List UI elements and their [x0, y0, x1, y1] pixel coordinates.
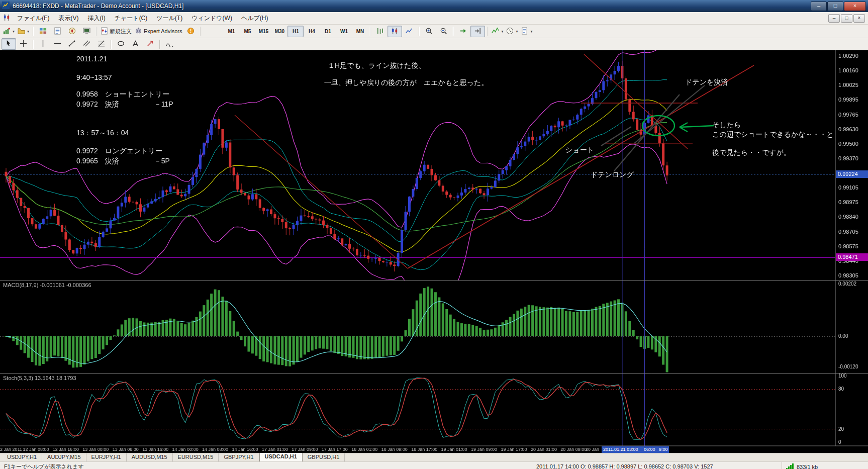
mdi-close-button[interactable]: × [853, 14, 865, 23]
toolbar-zoom-in-button[interactable] [422, 26, 436, 37]
maximize-button[interactable]: □ [827, 2, 843, 11]
menu-help[interactable]: ヘルプ(H) [237, 13, 273, 24]
price-scale-label: 0.99500 [838, 141, 858, 147]
toolbar-indicators-button[interactable]: ▾ [490, 26, 505, 37]
status-help-text: F1キーでヘルプが表示されます [0, 462, 532, 469]
draw-fibonacci-retracement-button[interactable] [94, 38, 109, 50]
macd-label: MACD(8,17,9) -0.001061 -0.000366 [3, 282, 91, 288]
timeframe-button-H4[interactable]: H4 [304, 26, 320, 37]
toolbar-market-watch-button[interactable] [36, 26, 50, 37]
draw-crosshair-button[interactable] [16, 38, 31, 50]
toolbar-expert-advisors-button[interactable]: Expert Advisors [133, 26, 183, 37]
order-icon [101, 27, 108, 36]
toolbar-zoom-out-button[interactable] [436, 26, 451, 37]
draw-arrows-button[interactable] [143, 38, 157, 50]
toolbar-new-chart-button[interactable]: ▾ [2, 26, 16, 37]
chart-tab-USDJPYH1[interactable]: USDJPY,H1 [2, 453, 42, 461]
chart-tab-EURJPYH1[interactable]: EURJPY,H1 [86, 453, 127, 461]
navigator-icon [68, 27, 76, 36]
draw-shapes-button[interactable] [114, 38, 128, 50]
toolbar-terminal-button[interactable] [79, 26, 94, 37]
toolbar-data-window-button[interactable] [50, 26, 65, 37]
info-icon [187, 27, 195, 36]
toolbar-line-chart-mode-button[interactable] [402, 26, 417, 37]
timeframe-button-W1[interactable]: W1 [336, 26, 352, 37]
toolbar-auto-scroll-button[interactable] [456, 26, 470, 37]
candle-chart-icon [391, 27, 399, 36]
draw-text-label-button[interactable] [128, 38, 143, 50]
toolbar-bar-chart-mode-button[interactable] [373, 26, 388, 37]
stoch-scale-label: 0 [838, 439, 841, 445]
price-scale-label: 0.98305 [838, 272, 858, 278]
toolbar-profiles-button[interactable]: ▾ [16, 26, 31, 37]
menu-view[interactable]: 表示(V) [54, 13, 83, 24]
chart-annotation-session2-time: 13：57～16：04 [76, 129, 129, 138]
vline-icon [39, 40, 47, 48]
timeframe-button-M15[interactable]: M15 [255, 26, 271, 37]
menu-file[interactable]: ファイル(F) [13, 13, 54, 24]
chart-region: 2011.1.219:40~13:570.9958 ショートエントリー0.997… [0, 50, 868, 453]
chart-tab-EURUSDM15[interactable]: EURUSD,M15 [173, 453, 219, 461]
price-scale-label: 0.99895 [838, 97, 858, 103]
chart-annotation-long-exit: 0.9965 決済 －5P [76, 157, 170, 166]
draw-equidistant-channel-button[interactable] [79, 38, 94, 50]
title-bar[interactable]: 66694418: FXDD - MetaTrader - Demo Accou… [0, 0, 868, 12]
toolbar-ea-properties-button[interactable] [183, 26, 198, 37]
mdi-minimize-button[interactable]: – [828, 14, 840, 23]
chart-canvas[interactable] [0, 50, 868, 453]
timeframe-button-M5[interactable]: M5 [239, 26, 255, 37]
price-scale-label: 1.00290 [838, 53, 858, 59]
chart-tab-GBPUSDH1[interactable]: GBPUSD,H1 [303, 453, 345, 461]
chart-tab-AUDJPYM15[interactable]: AUDJPY,M15 [42, 453, 86, 461]
toolbar-separator [487, 27, 488, 36]
menu-charts[interactable]: チャート(C) [110, 13, 152, 24]
profiles-icon [18, 27, 25, 36]
timeframe-button-H1[interactable]: H1 [287, 26, 304, 37]
timeframe-button-MN[interactable]: MN [352, 26, 368, 37]
time-axis-label: 20 Jan [575, 447, 610, 452]
toolbar-candlestick-mode-button[interactable] [388, 26, 402, 37]
toolbar-navigator-button[interactable] [65, 26, 79, 37]
macd-scale-label: 0.00202 [838, 281, 856, 287]
connection-icon [786, 463, 794, 469]
time-highlight-label: 9:00 [659, 447, 668, 452]
toolbar-new-order-label: 新規注文 [110, 28, 132, 35]
draw-trendline-button[interactable] [65, 38, 79, 50]
trendline-icon [68, 40, 76, 48]
chart-tab-USDCADH1[interactable]: USDCAD,H1 [259, 452, 303, 461]
draw-cycle-lines-button[interactable] [162, 38, 177, 50]
toolbar-chart-shift-button[interactable] [470, 26, 485, 37]
mdi-restore-button[interactable]: □ [841, 14, 852, 23]
timeframe-button-M30[interactable]: M30 [271, 26, 287, 37]
standard-toolbar: ▾▾新規注文Expert AdvisorsM1M5M15M30H1H4D1W1M… [0, 25, 868, 38]
chart-annotation-short-label: ショート [565, 146, 594, 155]
zoom-out-icon [440, 27, 447, 36]
draw-cursor-button[interactable] [2, 38, 16, 50]
minimize-button[interactable]: – [811, 2, 827, 11]
chart-shift-icon [474, 27, 481, 36]
menu-tools[interactable]: ツール(T) [152, 13, 187, 24]
chart-tab-GBPJPYH1[interactable]: GBPJPY,H1 [219, 453, 259, 461]
timeframe-button-M1[interactable]: M1 [223, 26, 239, 37]
close-button[interactable]: × [844, 2, 866, 11]
toolbar-templates-button[interactable]: ▾ [519, 26, 534, 37]
fibo-icon [98, 40, 105, 48]
toolbar-expert-advisors-label: Expert Advisors [144, 28, 182, 34]
price-scale-label: 0.99630 [838, 126, 858, 132]
connection-traffic: 833/1 kb [797, 462, 818, 469]
chart-annotation-long-entry: 0.9972 ロングエントリー [76, 147, 162, 156]
toolbar-new-order-button[interactable]: 新規注文 [99, 26, 133, 37]
toolbar-separator [159, 40, 160, 49]
draw-vertical-line-button[interactable] [36, 38, 50, 50]
menu-window[interactable]: ウィンドウ(W) [187, 13, 237, 24]
dropdown-arrow-icon: ▾ [501, 29, 503, 34]
chart-annotation-atode: 後で見たら・・ですが。 [712, 148, 791, 157]
chart-tab-AUDUSDM15[interactable]: AUDUSD,M15 [127, 453, 173, 461]
toolbar-periods-button[interactable]: ▾ [505, 26, 519, 37]
toolbar-separator [111, 40, 112, 49]
timeframe-button-D1[interactable]: D1 [320, 26, 336, 37]
menu-insert[interactable]: 挿入(I) [83, 13, 110, 24]
draw-horizontal-line-button[interactable] [50, 38, 65, 50]
time-axis-highlight: 2011.01.21 03:0006:009:00 [602, 446, 669, 453]
status-bar: F1キーでヘルプが表示されます 2011.01.17 14:00 O: 0.98… [0, 461, 868, 469]
